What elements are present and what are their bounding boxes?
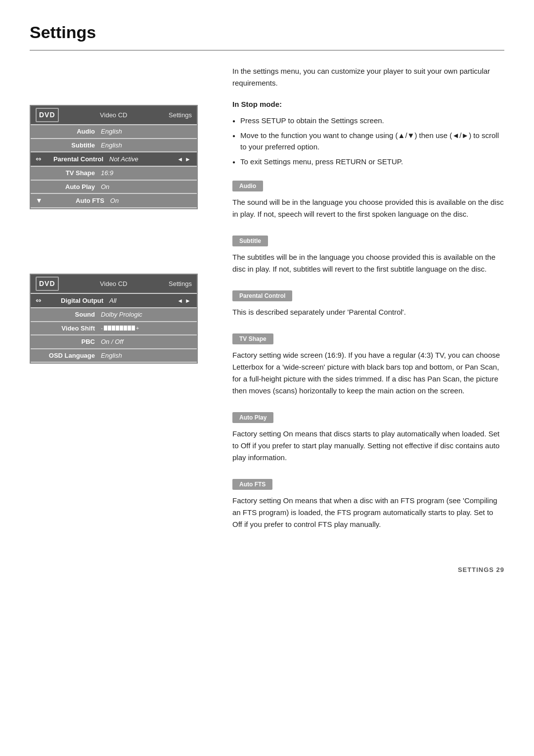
dvd-row-sound-value: Dolby Prologic bbox=[95, 310, 192, 320]
dvd-row-subtitle[interactable]: Subtitle English bbox=[31, 139, 197, 152]
section-tv-shape: TV Shape Factory setting wide screen (16… bbox=[232, 333, 504, 397]
dvd-row-digital-output[interactable]: ⇔ Digital Output All ◄ ► bbox=[31, 294, 197, 307]
dvd-row-autofts-label: Auto FTS bbox=[45, 196, 104, 206]
bullet-item-2: Move to the function you want to change … bbox=[232, 130, 504, 152]
section-subtitle: Subtitle The subtitles will be in the la… bbox=[232, 235, 504, 275]
dvd-row-digital-value: All bbox=[103, 296, 176, 306]
left-column: DVD Video CD Settings Audio English Subt… bbox=[30, 65, 213, 545]
selector-icon-parental: ⇔ bbox=[36, 154, 42, 164]
page-footer: SETTINGS 29 bbox=[30, 565, 504, 575]
section-auto-play: Auto Play Factory setting On means that … bbox=[232, 412, 504, 464]
down-arrow-icon: ▼ bbox=[36, 195, 43, 206]
dvd-row-parental-label: Parental Control bbox=[44, 154, 103, 164]
dvd-logo-2: DVD bbox=[36, 277, 59, 291]
section-autofts-text: Factory setting On means that when a dis… bbox=[232, 495, 504, 530]
dvd-menu-box-2: DVD Video CD Settings ⇔ Digital Output A… bbox=[30, 274, 198, 364]
dvd-row-autoplay-value: On bbox=[95, 182, 192, 192]
dvd-row-videoshift-value: - + bbox=[95, 324, 192, 332]
section-autofts-heading: Auto FTS bbox=[232, 478, 504, 495]
dvd-header-settings-2: Settings bbox=[169, 279, 192, 289]
dvd-row-pbc-label: PBC bbox=[36, 337, 95, 347]
section-autofts-label: Auto FTS bbox=[232, 479, 272, 490]
dvd-row-autofts-value: On bbox=[104, 196, 192, 206]
arrow-left-icon: ◄ bbox=[177, 155, 183, 164]
dvd-row-subtitle-value: English bbox=[95, 141, 192, 150]
section-parental-control: Parental Control This is described separ… bbox=[232, 290, 504, 318]
dvd-row-videoshift-label: Video Shift bbox=[36, 324, 95, 333]
shift-plus-label: + bbox=[136, 324, 139, 332]
bullet-item-1: Press SETUP to obtain the Settings scree… bbox=[232, 115, 504, 127]
section-autoplay-text: Factory setting On means that discs star… bbox=[232, 428, 504, 464]
bullet-list: Press SETUP to obtain the Settings scree… bbox=[232, 115, 504, 168]
bullet-item-3: To exit Settings menu, press RETURN or S… bbox=[232, 156, 504, 168]
section-audio: Audio The sound will be in the language … bbox=[232, 180, 504, 220]
page-title: Settings bbox=[30, 20, 504, 45]
arrow-right-digital-icon: ► bbox=[185, 296, 191, 305]
section-subtitle-heading: Subtitle bbox=[232, 235, 504, 251]
section-parental-text: This is described separately under 'Pare… bbox=[232, 306, 504, 318]
dvd-row-pbc[interactable]: PBC On / Off bbox=[31, 335, 197, 348]
dvd-header-title-1: Video CD bbox=[100, 110, 127, 120]
section-auto-fts: Auto FTS Factory setting On means that w… bbox=[232, 478, 504, 530]
dvd-row-tvshape-label: TV Shape bbox=[36, 168, 95, 178]
dvd-row-sound[interactable]: Sound Dolby Prologic bbox=[31, 308, 197, 321]
dvd-row-audio-label: Audio bbox=[36, 127, 95, 137]
dvd-header-settings-1: Settings bbox=[169, 110, 192, 120]
dvd-row-tvshape-value: 16:9 bbox=[95, 168, 192, 178]
dvd-row-pbc-value: On / Off bbox=[95, 337, 192, 347]
intro-text: In the settings menu, you can customize … bbox=[232, 65, 504, 89]
selector-icon-digital: ⇔ bbox=[36, 295, 42, 306]
section-audio-label: Audio bbox=[232, 181, 263, 191]
shift-blocks bbox=[104, 326, 135, 331]
dvd-row-auto-play[interactable]: Auto Play On bbox=[31, 181, 197, 193]
section-tvshape-text: Factory setting wide screen (16:9). If y… bbox=[232, 349, 504, 397]
dvd-logo-1: DVD bbox=[36, 108, 59, 122]
right-column: In the settings menu, you can customize … bbox=[232, 65, 504, 545]
dvd-row-osd-value: English bbox=[95, 351, 192, 361]
dvd-row-video-shift[interactable]: Video Shift - bbox=[31, 322, 197, 335]
section-audio-heading: Audio bbox=[232, 180, 504, 196]
dvd-menu-header-1: DVD Video CD Settings bbox=[31, 106, 197, 124]
section-autoplay-label: Auto Play bbox=[232, 412, 273, 423]
dvd-row-tv-shape[interactable]: TV Shape 16:9 bbox=[31, 167, 197, 180]
dvd-menu-header-2: DVD Video CD Settings bbox=[31, 275, 197, 293]
section-subtitle-text: The subtitles will be in the language yo… bbox=[232, 251, 504, 275]
dvd-header-title-2: Video CD bbox=[100, 279, 127, 289]
section-parental-heading: Parental Control bbox=[232, 290, 504, 306]
dvd-row-audio[interactable]: Audio English bbox=[31, 125, 197, 138]
dvd-row-auto-fts[interactable]: ▼ Auto FTS On bbox=[31, 194, 197, 207]
title-divider bbox=[30, 50, 504, 50]
dvd-row-digital-label: Digital Output bbox=[44, 296, 103, 306]
shift-minus-label: - bbox=[101, 324, 103, 332]
dvd-row-osd-language[interactable]: OSD Language English bbox=[31, 349, 197, 362]
video-shift-bar: - + bbox=[101, 324, 192, 332]
dvd-row-parental-arrows: ◄ ► bbox=[176, 155, 192, 164]
dvd-row-digital-arrows: ◄ ► bbox=[176, 296, 192, 305]
arrow-left-digital-icon: ◄ bbox=[177, 296, 183, 305]
dvd-row-parental-control[interactable]: ⇔ Parental Control Not Active ◄ ► bbox=[31, 152, 197, 166]
dvd-row-subtitle-label: Subtitle bbox=[36, 141, 95, 150]
section-subtitle-label: Subtitle bbox=[232, 236, 268, 246]
arrow-right-icon: ► bbox=[185, 155, 191, 164]
dvd-row-sound-label: Sound bbox=[36, 310, 95, 320]
section-autoplay-heading: Auto Play bbox=[232, 412, 504, 428]
dvd-row-autoplay-label: Auto Play bbox=[36, 182, 95, 192]
section-tvshape-label: TV Shape bbox=[232, 333, 273, 344]
section-parental-label: Parental Control bbox=[232, 290, 292, 301]
dvd-row-parental-value: Not Active bbox=[103, 154, 176, 164]
stop-mode-label: In Stop mode: bbox=[232, 99, 504, 110]
dvd-row-osd-label: OSD Language bbox=[36, 351, 95, 361]
dvd-row-audio-value: English bbox=[95, 127, 192, 137]
section-audio-text: The sound will be in the language you ch… bbox=[232, 196, 504, 220]
dvd-menu-box-1: DVD Video CD Settings Audio English Subt… bbox=[30, 105, 198, 209]
main-layout: DVD Video CD Settings Audio English Subt… bbox=[30, 65, 504, 545]
section-tvshape-heading: TV Shape bbox=[232, 333, 504, 349]
